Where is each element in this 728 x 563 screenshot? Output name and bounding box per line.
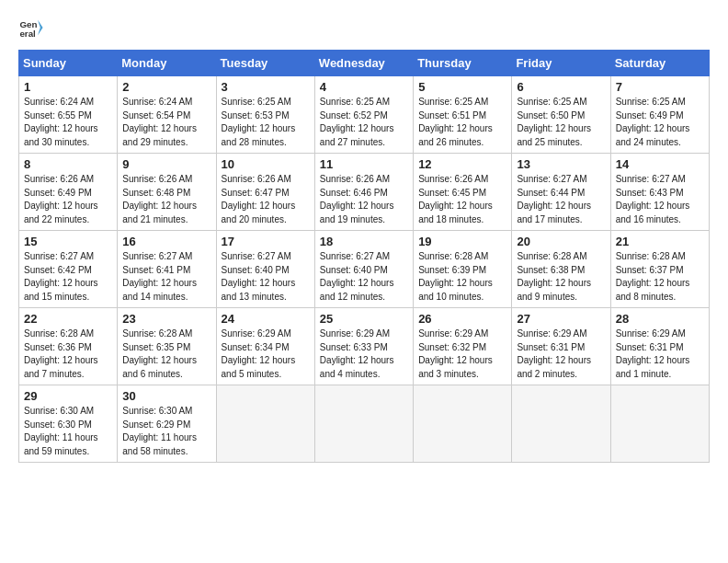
calendar-cell: 19 Sunrise: 6:28 AM Sunset: 6:39 PM Dayl… — [414, 231, 512, 308]
calendar-cell: 18 Sunrise: 6:27 AM Sunset: 6:40 PM Dayl… — [314, 231, 413, 308]
day-number: 28 — [616, 312, 704, 326]
day-info: Sunrise: 6:27 AM Sunset: 6:42 PM Dayligh… — [24, 250, 112, 304]
day-number: 2 — [122, 80, 210, 94]
calendar-cell: 25 Sunrise: 6:29 AM Sunset: 6:33 PM Dayl… — [314, 308, 413, 385]
calendar-week-row: 1 Sunrise: 6:24 AM Sunset: 6:55 PM Dayli… — [19, 76, 710, 154]
calendar-cell: 17 Sunrise: 6:27 AM Sunset: 6:40 PM Dayl… — [216, 231, 314, 308]
weekday-header-row: SundayMondayTuesdayWednesdayThursdayFrid… — [19, 51, 710, 76]
calendar-week-row: 22 Sunrise: 6:28 AM Sunset: 6:36 PM Dayl… — [19, 308, 710, 385]
day-info: Sunrise: 6:25 AM Sunset: 6:53 PM Dayligh… — [222, 96, 310, 149]
day-number: 20 — [517, 235, 605, 248]
day-info: Sunrise: 6:29 AM Sunset: 6:33 PM Dayligh… — [320, 327, 408, 381]
day-info: Sunrise: 6:25 AM Sunset: 6:49 PM Dayligh… — [616, 96, 704, 149]
weekday-header: Friday — [512, 51, 610, 76]
day-info: Sunrise: 6:28 AM Sunset: 6:37 PM Dayligh… — [616, 250, 704, 304]
day-number: 16 — [122, 235, 210, 248]
calendar-cell — [314, 385, 413, 463]
day-info: Sunrise: 6:29 AM Sunset: 6:31 PM Dayligh… — [616, 327, 704, 381]
calendar-cell: 2 Sunrise: 6:24 AM Sunset: 6:54 PM Dayli… — [118, 76, 216, 154]
calendar-cell: 16 Sunrise: 6:27 AM Sunset: 6:41 PM Dayl… — [118, 231, 216, 308]
day-info: Sunrise: 6:30 AM Sunset: 6:29 PM Dayligh… — [122, 405, 210, 458]
day-number: 11 — [320, 157, 408, 171]
svg-text:eral: eral — [19, 29, 36, 39]
calendar-cell: 24 Sunrise: 6:29 AM Sunset: 6:34 PM Dayl… — [216, 308, 314, 385]
day-info: Sunrise: 6:26 AM Sunset: 6:45 PM Dayligh… — [418, 173, 506, 226]
day-info: Sunrise: 6:25 AM Sunset: 6:50 PM Dayligh… — [517, 96, 605, 149]
calendar-week-row: 29 Sunrise: 6:30 AM Sunset: 6:30 PM Dayl… — [19, 385, 710, 463]
calendar-cell: 13 Sunrise: 6:27 AM Sunset: 6:44 PM Dayl… — [512, 154, 610, 231]
calendar-cell: 6 Sunrise: 6:25 AM Sunset: 6:50 PM Dayli… — [512, 76, 610, 154]
calendar-cell: 14 Sunrise: 6:27 AM Sunset: 6:43 PM Dayl… — [610, 154, 709, 231]
calendar-cell: 9 Sunrise: 6:26 AM Sunset: 6:48 PM Dayli… — [118, 154, 216, 231]
weekday-header: Saturday — [610, 51, 709, 76]
day-info: Sunrise: 6:29 AM Sunset: 6:31 PM Dayligh… — [517, 327, 605, 381]
logo: Gen eral — [18, 15, 48, 40]
calendar-cell — [216, 385, 314, 463]
calendar-table: SundayMondayTuesdayWednesdayThursdayFrid… — [18, 50, 710, 463]
day-number: 26 — [418, 312, 506, 326]
weekday-header: Tuesday — [216, 51, 314, 76]
day-number: 7 — [616, 80, 704, 94]
day-info: Sunrise: 6:27 AM Sunset: 6:40 PM Dayligh… — [222, 250, 310, 304]
calendar-cell — [610, 385, 709, 463]
day-info: Sunrise: 6:24 AM Sunset: 6:54 PM Dayligh… — [122, 96, 210, 149]
calendar-cell: 28 Sunrise: 6:29 AM Sunset: 6:31 PM Dayl… — [610, 308, 709, 385]
day-number: 24 — [222, 312, 310, 326]
calendar-cell: 12 Sunrise: 6:26 AM Sunset: 6:45 PM Dayl… — [414, 154, 512, 231]
day-number: 4 — [320, 80, 408, 94]
calendar-cell: 10 Sunrise: 6:26 AM Sunset: 6:47 PM Dayl… — [216, 154, 314, 231]
day-number: 15 — [24, 235, 112, 248]
calendar-cell: 7 Sunrise: 6:25 AM Sunset: 6:49 PM Dayli… — [610, 76, 709, 154]
calendar-cell: 15 Sunrise: 6:27 AM Sunset: 6:42 PM Dayl… — [19, 231, 118, 308]
calendar-cell: 29 Sunrise: 6:30 AM Sunset: 6:30 PM Dayl… — [19, 385, 118, 463]
day-number: 10 — [222, 157, 310, 171]
day-info: Sunrise: 6:29 AM Sunset: 6:34 PM Dayligh… — [222, 327, 310, 381]
day-info: Sunrise: 6:30 AM Sunset: 6:30 PM Dayligh… — [24, 405, 112, 458]
calendar-cell: 5 Sunrise: 6:25 AM Sunset: 6:51 PM Dayli… — [414, 76, 512, 154]
day-info: Sunrise: 6:25 AM Sunset: 6:51 PM Dayligh… — [418, 96, 506, 149]
day-info: Sunrise: 6:27 AM Sunset: 6:43 PM Dayligh… — [616, 173, 704, 226]
day-info: Sunrise: 6:28 AM Sunset: 6:35 PM Dayligh… — [122, 327, 210, 381]
day-info: Sunrise: 6:24 AM Sunset: 6:55 PM Dayligh… — [24, 96, 112, 149]
page-header: Gen eral — [18, 15, 710, 40]
calendar-cell: 22 Sunrise: 6:28 AM Sunset: 6:36 PM Dayl… — [19, 308, 118, 385]
day-info: Sunrise: 6:26 AM Sunset: 6:48 PM Dayligh… — [122, 173, 210, 226]
day-info: Sunrise: 6:28 AM Sunset: 6:36 PM Dayligh… — [24, 327, 112, 381]
day-number: 6 — [517, 80, 605, 94]
day-number: 30 — [122, 389, 210, 403]
day-number: 19 — [418, 235, 506, 248]
calendar-cell: 4 Sunrise: 6:25 AM Sunset: 6:52 PM Dayli… — [314, 76, 413, 154]
day-info: Sunrise: 6:29 AM Sunset: 6:32 PM Dayligh… — [418, 327, 506, 381]
calendar-cell: 1 Sunrise: 6:24 AM Sunset: 6:55 PM Dayli… — [19, 76, 118, 154]
calendar-cell — [512, 385, 610, 463]
calendar-cell: 23 Sunrise: 6:28 AM Sunset: 6:35 PM Dayl… — [118, 308, 216, 385]
weekday-header: Monday — [118, 51, 216, 76]
logo-icon: Gen eral — [18, 15, 44, 40]
weekday-header: Thursday — [414, 51, 512, 76]
calendar-week-row: 15 Sunrise: 6:27 AM Sunset: 6:42 PM Dayl… — [19, 231, 710, 308]
day-info: Sunrise: 6:26 AM Sunset: 6:46 PM Dayligh… — [320, 173, 408, 226]
day-info: Sunrise: 6:27 AM Sunset: 6:44 PM Dayligh… — [517, 173, 605, 226]
day-info: Sunrise: 6:26 AM Sunset: 6:49 PM Dayligh… — [24, 173, 112, 226]
svg-marker-2 — [38, 20, 43, 36]
calendar-cell — [414, 385, 512, 463]
day-number: 23 — [122, 312, 210, 326]
calendar-cell: 20 Sunrise: 6:28 AM Sunset: 6:38 PM Dayl… — [512, 231, 610, 308]
calendar-cell: 21 Sunrise: 6:28 AM Sunset: 6:37 PM Dayl… — [610, 231, 709, 308]
day-info: Sunrise: 6:26 AM Sunset: 6:47 PM Dayligh… — [222, 173, 310, 226]
day-number: 22 — [24, 312, 112, 326]
day-info: Sunrise: 6:25 AM Sunset: 6:52 PM Dayligh… — [320, 96, 408, 149]
day-number: 12 — [418, 157, 506, 171]
day-number: 17 — [222, 235, 310, 248]
day-info: Sunrise: 6:28 AM Sunset: 6:39 PM Dayligh… — [418, 250, 506, 304]
calendar-cell: 30 Sunrise: 6:30 AM Sunset: 6:29 PM Dayl… — [118, 385, 216, 463]
day-info: Sunrise: 6:27 AM Sunset: 6:40 PM Dayligh… — [320, 250, 408, 304]
calendar-week-row: 8 Sunrise: 6:26 AM Sunset: 6:49 PM Dayli… — [19, 154, 710, 231]
day-number: 25 — [320, 312, 408, 326]
calendar-cell: 11 Sunrise: 6:26 AM Sunset: 6:46 PM Dayl… — [314, 154, 413, 231]
weekday-header: Sunday — [19, 51, 118, 76]
calendar-cell: 8 Sunrise: 6:26 AM Sunset: 6:49 PM Dayli… — [19, 154, 118, 231]
day-number: 14 — [616, 157, 704, 171]
day-number: 29 — [24, 389, 112, 403]
day-number: 21 — [616, 235, 704, 248]
